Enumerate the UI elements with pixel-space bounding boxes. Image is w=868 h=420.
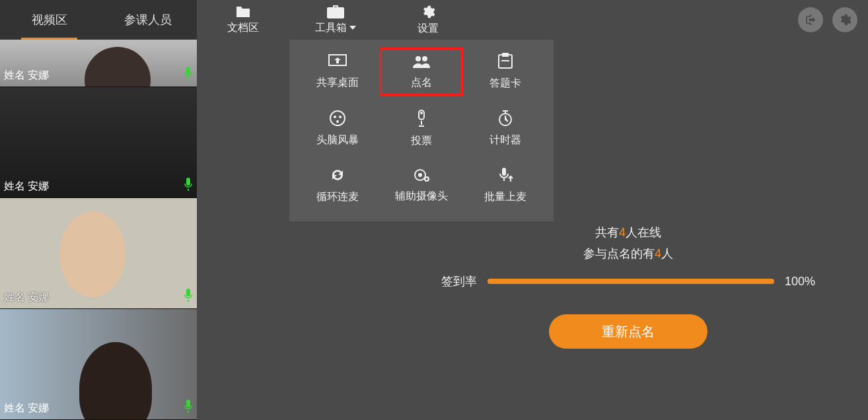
tab-label: 参课人员 — [124, 12, 172, 28]
svg-rect-3 — [502, 53, 509, 57]
toolbox-icon — [327, 5, 344, 18]
sidebar: 视频区 参课人员 姓名 安娜 姓名 安娜 姓名 安娜 — [0, 0, 197, 420]
vote-icon — [414, 109, 429, 127]
tab-video-area[interactable]: 视频区 — [0, 0, 98, 40]
video-name-label: 姓名 安娜 — [4, 402, 49, 415]
avatar — [85, 47, 151, 87]
brainstorm-icon — [329, 110, 346, 127]
svg-point-1 — [422, 56, 427, 61]
tool-batch-mic[interactable]: 批量上麦 — [463, 161, 547, 209]
online-count-line: 共有4人在线 — [441, 225, 815, 240]
mic-icon — [184, 67, 193, 83]
share-screen-icon — [328, 53, 347, 69]
topbar-documents[interactable]: 文档区 — [197, 0, 289, 40]
camera-icon — [412, 167, 431, 183]
folder-icon — [235, 5, 251, 18]
tool-label: 批量上麦 — [484, 190, 526, 204]
toolbox-dropdown: 共享桌面 点名 答题卡 头脑风暴 投票 计时器 循环连麦 辅助摄像头 批量上麦 — [289, 40, 554, 221]
gear-icon — [421, 5, 435, 19]
topbar-toolbox[interactable]: 工具箱 — [289, 0, 382, 40]
svg-rect-4 — [501, 60, 509, 61]
tool-loop-mic[interactable]: 循环连麦 — [296, 161, 380, 209]
progress-label: 签到率 — [441, 273, 477, 289]
timer-icon — [497, 110, 514, 127]
tool-share-desktop[interactable]: 共享桌面 — [296, 48, 380, 96]
topbar-label: 工具箱 — [315, 21, 356, 35]
topbar: 文档区 工具箱 设置 — [197, 0, 868, 40]
tool-timer[interactable]: 计时器 — [463, 104, 547, 153]
mic-icon — [184, 289, 193, 304]
avatar — [79, 342, 152, 420]
svg-point-12 — [418, 173, 422, 177]
progress-bar — [488, 279, 774, 284]
chevron-down-icon — [349, 26, 356, 30]
video-item[interactable]: 姓名 安娜 — [0, 40, 197, 87]
topbar-label: 设置 — [417, 22, 439, 36]
video-item[interactable]: 姓名 安娜 — [0, 87, 197, 198]
svg-point-5 — [330, 111, 345, 125]
svg-point-7 — [339, 116, 342, 118]
people-icon — [412, 53, 431, 69]
mic-icon — [184, 178, 193, 193]
loop-icon — [329, 166, 346, 184]
participate-count-line: 参与点名的有4人 — [441, 246, 815, 262]
tool-label: 共享桌面 — [316, 76, 359, 90]
logout-button[interactable] — [798, 7, 823, 32]
tool-label: 辅助摄像头 — [395, 190, 448, 203]
video-name-label: 姓名 安娜 — [4, 180, 49, 193]
topbar-right — [798, 0, 868, 40]
tool-label: 投票 — [411, 134, 432, 148]
mic-icon — [184, 400, 193, 415]
tool-label: 循环连麦 — [316, 190, 359, 204]
sidebar-tabs: 视频区 参课人员 — [0, 0, 197, 40]
video-name-label: 姓名 安娜 — [4, 291, 49, 304]
topbar-settings[interactable]: 设置 — [382, 0, 474, 40]
tab-participants[interactable]: 参课人员 — [98, 0, 197, 40]
tool-label: 点名 — [411, 76, 432, 90]
topbar-label: 文档区 — [227, 21, 259, 35]
tool-label: 答题卡 — [489, 77, 521, 90]
tool-label: 头脑风暴 — [316, 133, 359, 147]
progress-percent: 100% — [785, 275, 815, 289]
redo-rollcall-button[interactable]: 重新点名 — [549, 314, 707, 349]
svg-point-0 — [416, 56, 421, 61]
tool-answer-card[interactable]: 答题卡 — [463, 48, 547, 96]
tool-rollcall[interactable]: 点名 — [380, 48, 464, 96]
gear-icon — [838, 13, 851, 26]
video-item[interactable]: 姓名 安娜 — [0, 309, 197, 420]
tool-brainstorm[interactable]: 头脑风暴 — [296, 104, 380, 153]
svg-point-6 — [334, 116, 336, 118]
batch-mic-icon — [497, 166, 513, 184]
svg-point-8 — [336, 120, 339, 123]
tab-label: 视频区 — [32, 12, 67, 28]
avatar — [59, 211, 126, 297]
tool-vote[interactable]: 投票 — [380, 104, 464, 153]
svg-point-9 — [420, 112, 423, 114]
progress-row: 签到率 100% — [441, 273, 815, 289]
card-icon — [497, 53, 514, 70]
video-item[interactable]: 姓名 安娜 — [0, 198, 197, 309]
settings-button[interactable] — [832, 7, 857, 32]
tool-label: 计时器 — [489, 133, 521, 147]
video-list: 姓名 安娜 姓名 安娜 姓名 安娜 姓名 — [0, 40, 197, 420]
video-name-label: 姓名 安娜 — [4, 69, 49, 83]
tool-aux-camera[interactable]: 辅助摄像头 — [380, 161, 464, 209]
logout-icon — [804, 13, 817, 26]
rollcall-panel: 共有4人在线 参与点名的有4人 签到率 100% 重新点名 — [441, 225, 815, 349]
